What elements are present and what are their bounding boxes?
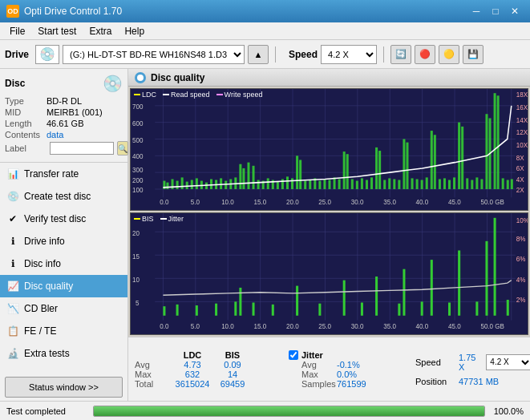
disc-label-input[interactable]: [50, 142, 114, 155]
legend-ldc: LDC: [134, 91, 156, 99]
titlebar-controls: ─ □ ✕: [467, 4, 524, 18]
sidebar-item-create-test-disc[interactable]: 💿 Create test disc: [0, 185, 127, 208]
menu-extra[interactable]: Extra: [83, 24, 118, 38]
jitter-max-label: Max: [301, 370, 337, 379]
svg-rect-58: [343, 151, 346, 189]
progress-percent: 100.0%: [492, 406, 524, 416]
sidebar-item-disc-info[interactable]: ℹ Disc info: [0, 252, 127, 275]
svg-rect-40: [257, 180, 260, 189]
svg-rect-27: [196, 178, 198, 189]
disc-contents-label: Contents: [5, 130, 47, 139]
speed-stat-value: 1.75 X: [459, 353, 481, 372]
sidebar-item-verify-test-disc[interactable]: ✔ Verify test disc: [0, 208, 127, 230]
close-button[interactable]: ✕: [506, 4, 524, 18]
ldc-legend-dot: [134, 94, 140, 95]
sidebar-item-label: Disc quality: [24, 281, 73, 292]
chart2-legend: BIS Jitter: [134, 215, 184, 223]
svg-text:50.0 GB: 50.0 GB: [480, 321, 504, 330]
svg-rect-51: [309, 180, 311, 189]
toolbar: Drive 💿 (G:) HL-DT-ST BD-RE WH16NS48 1.D…: [0, 40, 530, 69]
svg-rect-150: [343, 281, 346, 316]
sidebar-item-transfer-rate[interactable]: 📊 Transfer rate: [0, 163, 127, 185]
jitter-col: Jitter Avg -0.1% Max 0.0% Samples 761599: [289, 341, 377, 398]
sidebar-item-label: Disc info: [24, 258, 61, 269]
menu-start-test[interactable]: Start test: [31, 24, 83, 38]
jitter-avg-label: Avg: [301, 360, 337, 370]
svg-rect-95: [511, 179, 513, 188]
svg-rect-73: [411, 178, 414, 189]
svg-text:20.0: 20.0: [286, 199, 299, 206]
menu-file[interactable]: File: [3, 24, 31, 38]
drive-select[interactable]: (G:) HL-DT-ST BD-RE WH16NS48 1.D3: [63, 45, 245, 64]
burn-button[interactable]: 🔴: [415, 45, 435, 64]
disc-mid-value: MEIRB1 (001): [47, 107, 103, 117]
disc-type-label: Type: [5, 96, 47, 106]
svg-rect-146: [253, 303, 255, 316]
svg-text:2%: 2%: [516, 296, 526, 305]
svg-rect-94: [507, 180, 509, 189]
svg-text:200: 200: [132, 177, 144, 184]
stats-header-bis: BIS: [215, 350, 250, 360]
sidebar-item-extra-tests[interactable]: 🔬 Extra tests: [0, 342, 127, 365]
svg-text:25.0: 25.0: [318, 321, 331, 330]
menu-help[interactable]: Help: [118, 24, 151, 38]
svg-text:8X: 8X: [516, 154, 524, 161]
jitter-samples-label: Samples: [301, 379, 337, 389]
sidebar-item-disc-quality[interactable]: 📈 Disc quality: [0, 275, 127, 297]
svg-rect-152: [375, 277, 378, 316]
svg-text:4%: 4%: [516, 275, 526, 284]
jitter-legend-dot: [160, 218, 167, 220]
drive-disc-icon: 💿: [39, 46, 55, 62]
save-button[interactable]: 💾: [463, 45, 483, 64]
svg-rect-72: [406, 143, 408, 189]
disc-type-value: BD-R DL: [47, 96, 82, 106]
svg-rect-75: [421, 180, 423, 189]
chart1-svg: 700 600 500 400 300 200 100 18X 16X 14X …: [131, 89, 528, 210]
speed-select[interactable]: 4.2 X: [321, 45, 377, 64]
eject-button[interactable]: ▲: [248, 45, 269, 64]
maximize-button[interactable]: □: [487, 4, 504, 18]
sidebar-item-drive-info[interactable]: ℹ Drive info: [0, 230, 127, 252]
svg-rect-140: [163, 306, 165, 316]
jitter-checkbox[interactable]: [289, 350, 298, 360]
speed-label: Speed: [289, 49, 318, 60]
stats-table-col: LDC BIS Avg 4.73 0.09 Max 632 14 Total 3…: [135, 341, 250, 398]
refresh-button[interactable]: 🔄: [390, 45, 411, 64]
stats-max-ldc: 632: [170, 370, 215, 379]
svg-text:5: 5: [136, 298, 140, 307]
status-window-button[interactable]: Status window >>: [5, 377, 123, 398]
legend-write-speed: Write speed: [216, 91, 263, 99]
speed-row: Speed 1.75 X 4.2 X: [415, 353, 530, 372]
svg-rect-63: [366, 180, 368, 189]
svg-rect-32: [220, 178, 222, 189]
svg-rect-147: [272, 305, 274, 316]
position-row: Position 47731 MB: [415, 377, 530, 386]
svg-text:16X: 16X: [516, 104, 528, 111]
speed-pos-col: Speed 1.75 X 4.2 X Position 47731 MB: [415, 341, 530, 398]
titlebar-left: OD Opti Drive Control 1.70: [6, 5, 122, 18]
erase-button[interactable]: 🟡: [439, 45, 459, 64]
disc-header: Disc 💿: [5, 74, 123, 93]
disc-contents-value: data: [47, 130, 63, 139]
drive-label: Drive: [5, 49, 29, 60]
sidebar: Disc 💿 Type BD-R DL MID MEIRB1 (001) Len…: [0, 69, 128, 401]
disc-label-search-button[interactable]: 🔍: [117, 141, 128, 155]
sidebar-item-cd-bler[interactable]: 📉 CD Bler: [0, 297, 127, 320]
stats-avg-bis: 0.09: [215, 360, 250, 370]
svg-rect-143: [215, 304, 217, 316]
svg-text:10.0: 10.0: [221, 199, 234, 206]
svg-text:20: 20: [132, 228, 140, 237]
svg-rect-55: [328, 180, 330, 189]
svg-text:30.0: 30.0: [351, 199, 364, 206]
content-area: Disc quality LDC Read speed Write sp: [128, 69, 530, 401]
panel-header: Disc quality: [128, 69, 530, 87]
sidebar-item-fe-te[interactable]: 📋 FE / TE: [0, 320, 127, 342]
speed-stat-select[interactable]: 4.2 X: [486, 354, 530, 370]
svg-text:45.0: 45.0: [448, 199, 461, 206]
svg-text:500: 500: [132, 137, 144, 144]
svg-text:25.0: 25.0: [318, 199, 331, 206]
minimize-button[interactable]: ─: [467, 4, 485, 18]
bis-legend-dot: [134, 218, 140, 220]
svg-rect-21: [166, 183, 168, 189]
sidebar-item-label: CD Bler: [24, 303, 58, 314]
